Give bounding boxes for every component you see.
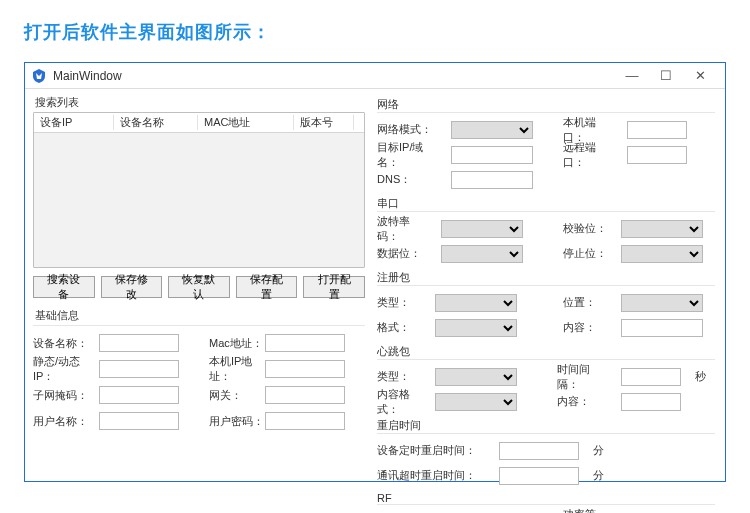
local-ip-input[interactable] [265, 360, 345, 378]
open-config-button[interactable]: 打开配置 [303, 276, 365, 298]
col-ip[interactable]: 设备IP [34, 115, 114, 130]
label-hb-format: 内容格式： [377, 387, 425, 417]
label-mac: Mac地址： [209, 336, 265, 351]
net-mode-select[interactable] [451, 121, 533, 139]
label-device-name: 设备名称： [33, 336, 99, 351]
network-title: 网络 [377, 97, 715, 112]
minimize-button[interactable]: ― [615, 66, 649, 86]
rf-title: RF [377, 492, 715, 504]
hb-format-select[interactable] [435, 393, 517, 411]
label-reg-type: 类型： [377, 295, 425, 310]
label-net-mode: 网络模式： [377, 122, 441, 137]
comm-reboot-input[interactable] [499, 467, 579, 485]
label-power: 功率等级： [563, 507, 617, 514]
basic-info-title: 基础信息 [35, 308, 365, 323]
device-name-input[interactable] [99, 334, 179, 352]
reboot-title: 重启时间 [377, 418, 715, 433]
parity-select[interactable] [621, 220, 703, 238]
label-remote-port: 远程端口： [563, 140, 617, 170]
target-input[interactable] [451, 146, 533, 164]
save-changes-button[interactable]: 保存修改 [101, 276, 163, 298]
label-hb-type: 类型： [377, 369, 425, 384]
page-caption: 打开后软件主界面如图所示： [24, 20, 726, 44]
hb-unit-sec: 秒 [695, 369, 706, 384]
hb-content-input[interactable] [621, 393, 681, 411]
dns-input[interactable] [451, 171, 533, 189]
close-button[interactable]: ✕ [683, 66, 717, 86]
mac-input[interactable] [265, 334, 345, 352]
label-gateway: 网关： [209, 388, 265, 403]
stopbits-select[interactable] [621, 245, 703, 263]
window-title: MainWindow [53, 69, 122, 83]
baud-select[interactable] [441, 220, 523, 238]
label-parity: 校验位： [563, 221, 611, 236]
subnet-input[interactable] [99, 386, 179, 404]
maximize-button[interactable]: ☐ [649, 66, 683, 86]
register-title: 注册包 [377, 270, 715, 285]
col-name[interactable]: 设备名称 [114, 115, 198, 130]
app-icon [31, 68, 47, 84]
static-ip-input[interactable] [99, 360, 179, 378]
remote-port-input[interactable] [627, 146, 687, 164]
label-dev-reboot: 设备定时重启时间： [377, 443, 489, 458]
search-panel-title: 搜索列表 [35, 95, 365, 110]
databits-select[interactable] [441, 245, 523, 263]
save-config-button[interactable]: 保存配置 [236, 276, 298, 298]
col-ver[interactable]: 版本号 [294, 115, 354, 130]
label-databits: 数据位： [377, 246, 431, 261]
label-static-ip: 静态/动态IP： [33, 354, 99, 384]
search-device-button[interactable]: 搜索设备 [33, 276, 95, 298]
reg-type-select[interactable] [435, 294, 517, 312]
col-mac[interactable]: MAC地址 [198, 115, 294, 130]
label-dns: DNS： [377, 172, 441, 187]
hb-type-select[interactable] [435, 368, 517, 386]
label-baud: 波特率码： [377, 214, 431, 244]
local-port-input[interactable] [627, 121, 687, 139]
label-hb-interval: 时间间隔： [557, 362, 611, 392]
label-subnet: 子网掩码： [33, 388, 99, 403]
hb-interval-input[interactable] [621, 368, 681, 386]
label-reg-format: 格式： [377, 320, 425, 335]
label-target: 目标IP/域名： [377, 140, 441, 170]
label-reg-content: 内容： [563, 320, 611, 335]
device-list-header: 设备IP 设备名称 MAC地址 版本号 [34, 113, 364, 133]
main-window: MainWindow ― ☐ ✕ 搜索列表 设备IP 设备名称 MAC地址 版本… [24, 62, 726, 482]
label-user: 用户名称： [33, 414, 99, 429]
dev-reboot-unit: 分 [593, 443, 604, 458]
gateway-input[interactable] [265, 386, 345, 404]
dev-reboot-input[interactable] [499, 442, 579, 460]
label-comm-reboot: 通讯超时重启时间： [377, 468, 489, 483]
reg-content-input[interactable] [621, 319, 703, 337]
restore-default-button[interactable]: 恢复默认 [168, 276, 230, 298]
title-bar: MainWindow ― ☐ ✕ [25, 63, 725, 89]
label-pwd: 用户密码： [209, 414, 265, 429]
label-hb-content: 内容： [557, 394, 611, 409]
label-reg-pos: 位置： [563, 295, 611, 310]
comm-reboot-unit: 分 [593, 468, 604, 483]
user-input[interactable] [99, 412, 179, 430]
heartbeat-title: 心跳包 [377, 344, 715, 359]
label-stopbits: 停止位： [563, 246, 611, 261]
reg-pos-select[interactable] [621, 294, 703, 312]
device-list[interactable]: 设备IP 设备名称 MAC地址 版本号 [33, 112, 365, 268]
reg-format-select[interactable] [435, 319, 517, 337]
serial-title: 串口 [377, 196, 715, 211]
pwd-input[interactable] [265, 412, 345, 430]
label-local-ip: 本机IP地址： [209, 354, 265, 384]
